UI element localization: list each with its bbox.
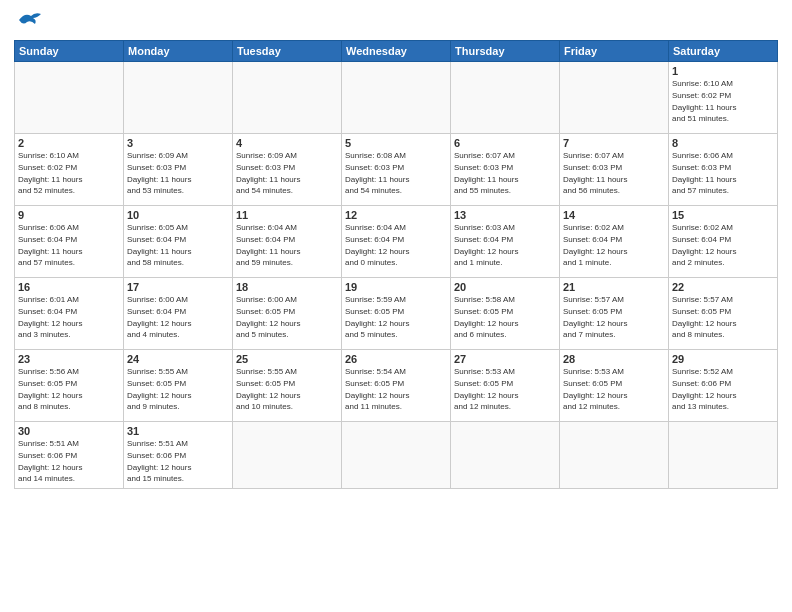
day-number: 24 — [127, 353, 229, 365]
day-info: Sunrise: 5:59 AM Sunset: 6:05 PM Dayligh… — [345, 295, 409, 339]
day-number: 3 — [127, 137, 229, 149]
day-info: Sunrise: 5:54 AM Sunset: 6:05 PM Dayligh… — [345, 367, 409, 411]
calendar-cell: 21Sunrise: 5:57 AM Sunset: 6:05 PM Dayli… — [560, 278, 669, 350]
calendar-cell: 4Sunrise: 6:09 AM Sunset: 6:03 PM Daylig… — [233, 134, 342, 206]
day-number: 17 — [127, 281, 229, 293]
day-number: 31 — [127, 425, 229, 437]
weekday-header-row: SundayMondayTuesdayWednesdayThursdayFrid… — [15, 41, 778, 62]
logo-bird-icon — [17, 10, 45, 30]
calendar-cell: 13Sunrise: 6:03 AM Sunset: 6:04 PM Dayli… — [451, 206, 560, 278]
calendar-cell: 7Sunrise: 6:07 AM Sunset: 6:03 PM Daylig… — [560, 134, 669, 206]
calendar-cell: 17Sunrise: 6:00 AM Sunset: 6:04 PM Dayli… — [124, 278, 233, 350]
calendar-cell: 27Sunrise: 5:53 AM Sunset: 6:05 PM Dayli… — [451, 350, 560, 422]
calendar-cell: 25Sunrise: 5:55 AM Sunset: 6:05 PM Dayli… — [233, 350, 342, 422]
day-number: 2 — [18, 137, 120, 149]
day-number: 4 — [236, 137, 338, 149]
day-info: Sunrise: 6:10 AM Sunset: 6:02 PM Dayligh… — [672, 79, 736, 123]
day-number: 8 — [672, 137, 774, 149]
day-info: Sunrise: 6:03 AM Sunset: 6:04 PM Dayligh… — [454, 223, 518, 267]
calendar-cell: 9Sunrise: 6:06 AM Sunset: 6:04 PM Daylig… — [15, 206, 124, 278]
day-number: 30 — [18, 425, 120, 437]
weekday-header-friday: Friday — [560, 41, 669, 62]
calendar-cell — [669, 422, 778, 489]
calendar-cell — [560, 62, 669, 134]
day-info: Sunrise: 5:57 AM Sunset: 6:05 PM Dayligh… — [563, 295, 627, 339]
weekday-header-wednesday: Wednesday — [342, 41, 451, 62]
calendar-cell — [451, 422, 560, 489]
day-number: 27 — [454, 353, 556, 365]
day-info: Sunrise: 5:51 AM Sunset: 6:06 PM Dayligh… — [127, 439, 191, 483]
day-info: Sunrise: 5:56 AM Sunset: 6:05 PM Dayligh… — [18, 367, 82, 411]
day-number: 20 — [454, 281, 556, 293]
day-number: 13 — [454, 209, 556, 221]
day-number: 15 — [672, 209, 774, 221]
day-info: Sunrise: 6:06 AM Sunset: 6:03 PM Dayligh… — [672, 151, 736, 195]
calendar-cell: 15Sunrise: 6:02 AM Sunset: 6:04 PM Dayli… — [669, 206, 778, 278]
calendar-cell: 30Sunrise: 5:51 AM Sunset: 6:06 PM Dayli… — [15, 422, 124, 489]
day-info: Sunrise: 6:04 AM Sunset: 6:04 PM Dayligh… — [236, 223, 300, 267]
calendar-cell: 19Sunrise: 5:59 AM Sunset: 6:05 PM Dayli… — [342, 278, 451, 350]
day-info: Sunrise: 6:07 AM Sunset: 6:03 PM Dayligh… — [563, 151, 627, 195]
day-info: Sunrise: 6:10 AM Sunset: 6:02 PM Dayligh… — [18, 151, 82, 195]
day-number: 11 — [236, 209, 338, 221]
day-info: Sunrise: 5:55 AM Sunset: 6:05 PM Dayligh… — [236, 367, 300, 411]
calendar-cell — [342, 422, 451, 489]
calendar-cell: 2Sunrise: 6:10 AM Sunset: 6:02 PM Daylig… — [15, 134, 124, 206]
calendar-cell — [342, 62, 451, 134]
weekday-header-monday: Monday — [124, 41, 233, 62]
day-number: 29 — [672, 353, 774, 365]
calendar-cell: 18Sunrise: 6:00 AM Sunset: 6:05 PM Dayli… — [233, 278, 342, 350]
day-info: Sunrise: 6:01 AM Sunset: 6:04 PM Dayligh… — [18, 295, 82, 339]
day-info: Sunrise: 6:09 AM Sunset: 6:03 PM Dayligh… — [236, 151, 300, 195]
day-number: 10 — [127, 209, 229, 221]
calendar-cell — [124, 62, 233, 134]
weekday-header-saturday: Saturday — [669, 41, 778, 62]
day-info: Sunrise: 6:00 AM Sunset: 6:05 PM Dayligh… — [236, 295, 300, 339]
calendar-cell: 11Sunrise: 6:04 AM Sunset: 6:04 PM Dayli… — [233, 206, 342, 278]
calendar-cell: 26Sunrise: 5:54 AM Sunset: 6:05 PM Dayli… — [342, 350, 451, 422]
calendar-cell: 10Sunrise: 6:05 AM Sunset: 6:04 PM Dayli… — [124, 206, 233, 278]
weekday-header-tuesday: Tuesday — [233, 41, 342, 62]
calendar-cell — [15, 62, 124, 134]
calendar-cell: 23Sunrise: 5:56 AM Sunset: 6:05 PM Dayli… — [15, 350, 124, 422]
day-info: Sunrise: 6:09 AM Sunset: 6:03 PM Dayligh… — [127, 151, 191, 195]
day-number: 21 — [563, 281, 665, 293]
week-row-1: 1Sunrise: 6:10 AM Sunset: 6:02 PM Daylig… — [15, 62, 778, 134]
day-info: Sunrise: 6:04 AM Sunset: 6:04 PM Dayligh… — [345, 223, 409, 267]
calendar-cell: 8Sunrise: 6:06 AM Sunset: 6:03 PM Daylig… — [669, 134, 778, 206]
calendar-cell — [560, 422, 669, 489]
day-number: 12 — [345, 209, 447, 221]
calendar-cell: 12Sunrise: 6:04 AM Sunset: 6:04 PM Dayli… — [342, 206, 451, 278]
calendar-cell: 5Sunrise: 6:08 AM Sunset: 6:03 PM Daylig… — [342, 134, 451, 206]
calendar-cell: 6Sunrise: 6:07 AM Sunset: 6:03 PM Daylig… — [451, 134, 560, 206]
day-info: Sunrise: 6:07 AM Sunset: 6:03 PM Dayligh… — [454, 151, 518, 195]
day-info: Sunrise: 5:51 AM Sunset: 6:06 PM Dayligh… — [18, 439, 82, 483]
day-number: 9 — [18, 209, 120, 221]
day-number: 7 — [563, 137, 665, 149]
day-info: Sunrise: 6:02 AM Sunset: 6:04 PM Dayligh… — [672, 223, 736, 267]
weekday-header-thursday: Thursday — [451, 41, 560, 62]
day-number: 14 — [563, 209, 665, 221]
day-number: 16 — [18, 281, 120, 293]
calendar-cell: 24Sunrise: 5:55 AM Sunset: 6:05 PM Dayli… — [124, 350, 233, 422]
calendar-cell: 3Sunrise: 6:09 AM Sunset: 6:03 PM Daylig… — [124, 134, 233, 206]
calendar-cell: 31Sunrise: 5:51 AM Sunset: 6:06 PM Dayli… — [124, 422, 233, 489]
day-number: 22 — [672, 281, 774, 293]
week-row-5: 23Sunrise: 5:56 AM Sunset: 6:05 PM Dayli… — [15, 350, 778, 422]
header — [14, 10, 778, 34]
day-info: Sunrise: 6:00 AM Sunset: 6:04 PM Dayligh… — [127, 295, 191, 339]
day-number: 28 — [563, 353, 665, 365]
day-info: Sunrise: 5:53 AM Sunset: 6:05 PM Dayligh… — [454, 367, 518, 411]
day-info: Sunrise: 5:52 AM Sunset: 6:06 PM Dayligh… — [672, 367, 736, 411]
day-info: Sunrise: 5:53 AM Sunset: 6:05 PM Dayligh… — [563, 367, 627, 411]
day-info: Sunrise: 6:06 AM Sunset: 6:04 PM Dayligh… — [18, 223, 82, 267]
calendar-cell: 14Sunrise: 6:02 AM Sunset: 6:04 PM Dayli… — [560, 206, 669, 278]
day-info: Sunrise: 6:08 AM Sunset: 6:03 PM Dayligh… — [345, 151, 409, 195]
day-number: 18 — [236, 281, 338, 293]
page: SundayMondayTuesdayWednesdayThursdayFrid… — [0, 0, 792, 612]
week-row-6: 30Sunrise: 5:51 AM Sunset: 6:06 PM Dayli… — [15, 422, 778, 489]
calendar-cell — [233, 62, 342, 134]
day-info: Sunrise: 5:55 AM Sunset: 6:05 PM Dayligh… — [127, 367, 191, 411]
weekday-header-sunday: Sunday — [15, 41, 124, 62]
week-row-3: 9Sunrise: 6:06 AM Sunset: 6:04 PM Daylig… — [15, 206, 778, 278]
